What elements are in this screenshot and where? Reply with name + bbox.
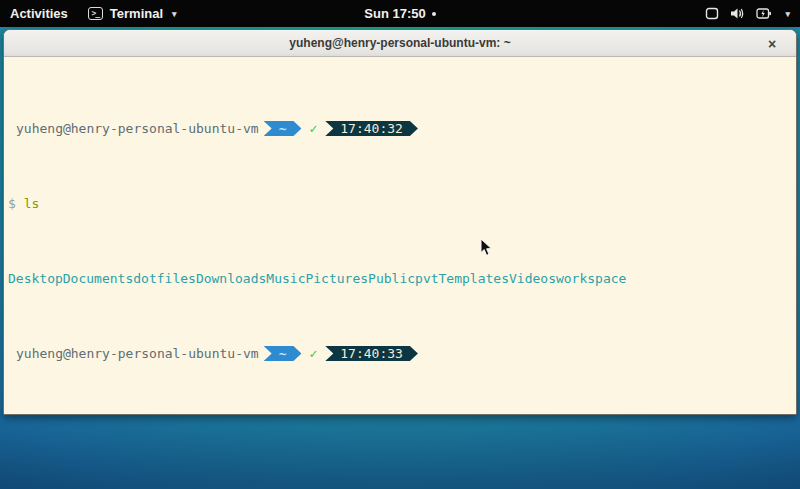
directory-entry: Desktop [8,271,63,286]
terminal-app-icon: >_ [88,7,103,20]
command-text: ls [24,196,40,211]
system-tray[interactable]: ▾ [695,0,800,27]
directory-entry: Pictures [305,271,368,286]
screen-icon [705,7,719,20]
prompt-time-segment: 17:40:32 [325,121,418,136]
close-icon[interactable]: × [762,30,782,57]
directory-entry: workspace [556,271,626,286]
directory-entry: Music [266,271,305,286]
directory-entry: Videos [509,271,556,286]
prompt-path-segment: ~ [264,346,302,361]
notification-dot-icon [432,12,436,16]
app-menu-terminal[interactable]: >_ Terminal ▾ [78,0,187,27]
directory-entry: Downloads [196,271,266,286]
check-icon: ✓ [309,346,317,361]
check-icon: ✓ [309,121,317,136]
prompt-user-host: yuheng@henry-personal-ubuntu-vm [16,346,259,361]
top-bar: Activities >_ Terminal ▾ Sun 17:50 ▾ [0,0,800,27]
directory-entry: dotfiles [133,271,196,286]
directory-entry: Documents [63,271,133,286]
activities-label: Activities [10,6,68,21]
window-titlebar[interactable]: yuheng@henry-personal-ubuntu-vm: ~ × [4,30,796,57]
mouse-cursor-icon [480,238,493,257]
dollar-prompt: $ [8,196,16,211]
chevron-down-icon: ▾ [785,9,790,19]
clock-button[interactable]: Sun 17:50 [364,6,435,21]
prompt-time-segment: 17:40:33 [325,346,418,361]
battery-charging-icon [756,7,772,20]
ls-output-line: Desktop Documents dotfiles Downloads Mus… [8,271,792,286]
activities-button[interactable]: Activities [0,0,78,27]
volume-icon [730,7,745,20]
prompt-user-host: yuheng@henry-personal-ubuntu-vm [16,121,259,136]
desktop-background: yuheng@henry-personal-ubuntu-vm: ~ × yuh… [0,27,800,489]
directory-entry: Public [368,271,415,286]
prompt-path-segment: ~ [264,121,302,136]
terminal-screen[interactable]: yuheng@henry-personal-ubuntu-vm ~ ✓ 17:4… [4,58,796,414]
directory-entry: Templates [439,271,509,286]
app-menu-label: Terminal [110,6,163,21]
directory-entry: pvt [415,271,438,286]
command-line: $ ls [8,196,792,211]
prompt-line: yuheng@henry-personal-ubuntu-vm ~ ✓ 17:4… [8,121,792,136]
prompt-line: yuheng@henry-personal-ubuntu-vm ~ ✓ 17:4… [8,346,792,361]
chevron-down-icon: ▾ [172,9,177,19]
window-title: yuheng@henry-personal-ubuntu-vm: ~ [289,36,510,50]
terminal-window: yuheng@henry-personal-ubuntu-vm: ~ × yuh… [3,29,797,415]
clock-label: Sun 17:50 [364,6,425,21]
